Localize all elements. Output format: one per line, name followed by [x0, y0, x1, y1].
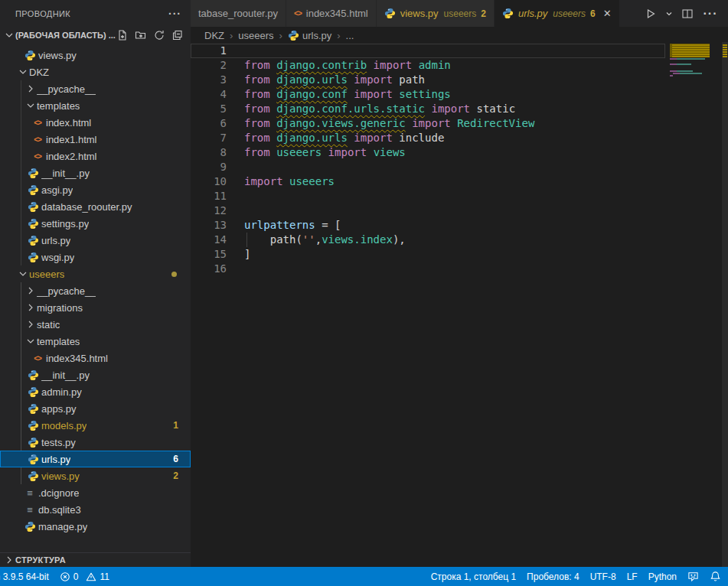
- code-line: 3from django.urls import path: [191, 73, 665, 87]
- tree-item-views-py[interactable]: views.py: [0, 47, 191, 63]
- workspace-section-header[interactable]: (РАБОЧАЯ ОБЛАСТЬ) ...: [0, 27, 191, 44]
- status-notifications[interactable]: [704, 567, 726, 586]
- tree-item-admin-py[interactable]: admin.py: [0, 383, 191, 400]
- tab-urls-py[interactable]: urls.pyuseeers6✕: [495, 0, 620, 27]
- breadcrumb-item[interactable]: useeers: [238, 30, 273, 41]
- tree-item-database-roouter-py[interactable]: database_roouter.py: [0, 198, 191, 215]
- tree-item--pycache-[interactable]: __pycache__: [0, 80, 191, 97]
- tree-item-index2-html[interactable]: <>index2.html: [0, 148, 191, 164]
- outline-label: СТРУКТУРА: [15, 555, 66, 565]
- refresh-button[interactable]: [152, 28, 166, 42]
- code-line: 14 path('',views.index),: [191, 233, 665, 247]
- line-content: [244, 203, 665, 218]
- collapse-all-button[interactable]: [171, 28, 184, 42]
- workspace-actions: [116, 28, 188, 42]
- tab-views-py[interactable]: views.pyuseeers2: [377, 0, 495, 27]
- tree-item-templates[interactable]: templates: [0, 333, 191, 350]
- tree-item-templates[interactable]: templates: [0, 97, 191, 114]
- status-feedback[interactable]: [682, 567, 704, 586]
- run-dropdown-button[interactable]: [664, 5, 674, 23]
- split-editor-button[interactable]: [677, 5, 697, 23]
- tree-item-urls-py[interactable]: urls.py6: [0, 451, 191, 467]
- breadcrumb-item[interactable]: DKZ: [204, 30, 224, 41]
- tree-item-label: database_roouter.py: [41, 201, 132, 213]
- status-indentation[interactable]: Пробелов: 4: [521, 567, 585, 586]
- outline-section-header[interactable]: СТРУКТУРА: [0, 552, 191, 567]
- tree-item-label: asgi.py: [41, 184, 73, 196]
- tree-item-apps-py[interactable]: apps.py: [0, 400, 191, 417]
- tree-item--pycache-[interactable]: __pycache__: [0, 282, 191, 299]
- errors-icon: [60, 571, 70, 582]
- tree-item-migrations[interactable]: migrations: [0, 299, 191, 316]
- tree-item-dkz[interactable]: DKZ: [0, 63, 191, 80]
- tree-item-settings-py[interactable]: settings.py: [0, 215, 191, 232]
- status-python-interpreter[interactable]: Python 3.9.5 64-bit: [0, 567, 54, 586]
- minimap-line: [673, 73, 702, 74]
- tree-item-db-sqlite3[interactable]: ≡db.sqlite3: [0, 501, 191, 518]
- tab-index345-html[interactable]: <>index345.html: [286, 0, 377, 27]
- tree-item--init-py[interactable]: __init__.py: [0, 366, 191, 383]
- python-file-icon: [26, 386, 40, 398]
- minimap[interactable]: [670, 42, 722, 241]
- tab-description: useeers: [444, 8, 477, 19]
- close-icon[interactable]: ✕: [603, 8, 612, 18]
- status-eol[interactable]: LF: [622, 567, 643, 586]
- python-file-icon: [26, 252, 40, 263]
- overview-ruler[interactable]: [722, 42, 728, 567]
- tree-item-tests-py[interactable]: tests.py: [0, 434, 191, 451]
- code-line: 10import useeers: [191, 174, 665, 189]
- tab-tabase-roouter-py[interactable]: tabase_roouter.py: [191, 0, 286, 27]
- tree-item-wsgi-py[interactable]: wsgi.py: [0, 249, 191, 265]
- error-count: 0: [73, 571, 79, 582]
- chevron-down-icon: [17, 66, 29, 78]
- status-cursor-position[interactable]: Строка 1, столбец 1: [426, 567, 521, 586]
- tree-item--init-py[interactable]: __init__.py: [0, 164, 191, 181]
- tree-item--dcignore[interactable]: ≡.dcignore: [0, 484, 191, 501]
- status-text: LF: [627, 571, 638, 582]
- line-number: 13: [191, 218, 244, 233]
- status-language-mode[interactable]: Python: [643, 567, 682, 586]
- tree-item-index1-html[interactable]: <>index1.html: [0, 131, 191, 148]
- more-actions-button[interactable]: ···: [700, 5, 720, 23]
- explorer-sidebar: ПРОВОДНИК ··· (РАБОЧАЯ ОБЛАСТЬ) ... view…: [0, 0, 191, 567]
- line-number: 16: [191, 262, 244, 276]
- tree-item-useeers[interactable]: useeers: [0, 265, 191, 282]
- warning-tick: [723, 54, 727, 55]
- warning-tick: [723, 47, 727, 48]
- tree-item-label: __init__.py: [41, 168, 90, 179]
- tab-bar: tabase_roouter.py<>index345.htmlviews.py…: [191, 0, 728, 27]
- explorer-more-icon[interactable]: ···: [168, 8, 181, 20]
- status-text: Python 3.9.5 64-bit: [0, 571, 49, 582]
- code-line: 2from django.contrib import admin: [191, 58, 665, 73]
- code-line: 1: [191, 44, 665, 58]
- explorer-title: ПРОВОДНИК: [15, 9, 70, 18]
- python-file-icon: [26, 403, 40, 415]
- status-encoding[interactable]: UTF-8: [585, 567, 622, 586]
- breadcrumb-item[interactable]: urls.py: [288, 30, 331, 41]
- problem-count-badge: 2: [173, 470, 191, 481]
- line-number: 2: [191, 58, 244, 73]
- tree-item-index345-html[interactable]: <>index345.html: [0, 350, 191, 366]
- breadcrumb-separator: ›: [279, 30, 282, 41]
- tree-item-asgi-py[interactable]: asgi.py: [0, 181, 191, 198]
- new-file-button[interactable]: [116, 28, 129, 42]
- new-folder-button[interactable]: [134, 28, 148, 42]
- tree-item-manage-py[interactable]: manage.py: [0, 518, 191, 535]
- tree-item-index-html[interactable]: <>index.html: [0, 114, 191, 131]
- tree-item-label: apps.py: [41, 403, 77, 415]
- code-editor[interactable]: 12from django.contrib import admin3from …: [191, 44, 728, 567]
- html-file-icon: <>: [31, 354, 44, 363]
- status-bar: Python 3.9.5 64-bit011Строка 1, столбец …: [0, 567, 728, 586]
- tree-item-label: static: [37, 319, 60, 330]
- tree-item-models-py[interactable]: models.py1: [0, 417, 191, 434]
- code-line: 11: [191, 189, 665, 203]
- tree-item-views-py[interactable]: views.py2: [0, 467, 191, 484]
- breadcrumb-item[interactable]: ...: [346, 30, 354, 41]
- run-python-file-button[interactable]: [641, 5, 661, 23]
- tree-item-static[interactable]: static: [0, 316, 191, 333]
- notifications-icon: [710, 571, 721, 582]
- chevron-right-icon: [24, 301, 37, 314]
- status-problems[interactable]: 011: [54, 567, 115, 586]
- tree-item-urls-py[interactable]: urls.py: [0, 232, 191, 249]
- problem-count-badge: 6: [173, 454, 191, 464]
